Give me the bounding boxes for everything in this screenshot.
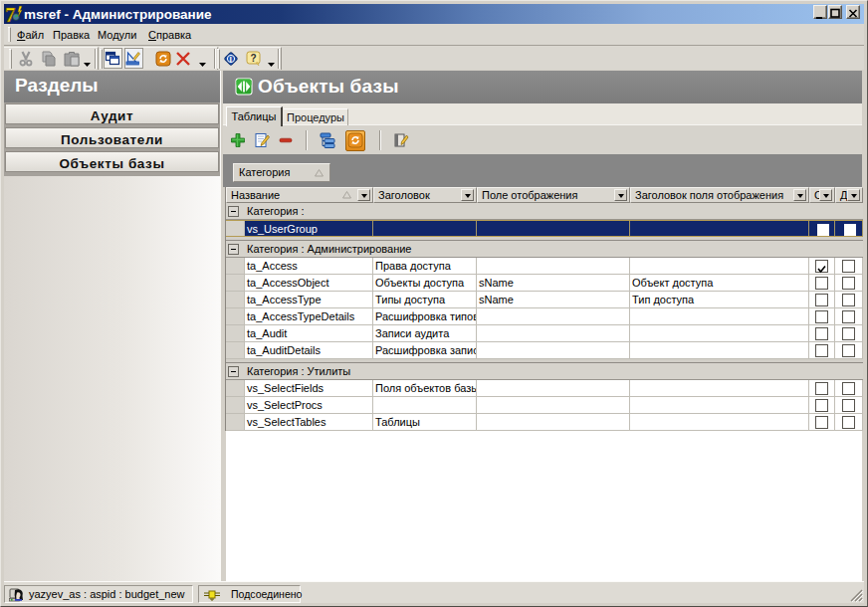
svg-text:?: ?	[251, 53, 257, 64]
svg-text:i: i	[230, 54, 232, 64]
